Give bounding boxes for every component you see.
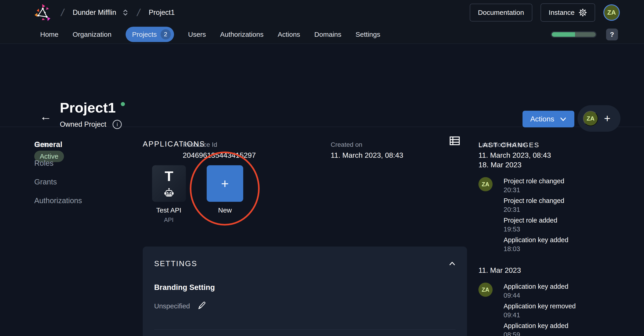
topbar-actions: Documentation Instance ZA: [470, 3, 620, 22]
zitadel-logo-icon[interactable]: [34, 3, 52, 22]
breadcrumb-project[interactable]: Project1: [149, 8, 175, 17]
nav-items: Home Organization Projects 2 Users Autho…: [40, 27, 551, 42]
chevron-up-icon: [449, 261, 456, 266]
event-title: Application key removed: [504, 302, 576, 310]
last-changes-heading: LAST CHANGES: [478, 141, 638, 149]
table-icon: [450, 136, 460, 145]
owner-avatar-initials: ZA: [587, 115, 595, 122]
org-selector[interactable]: Dunder Mifflin: [72, 8, 128, 17]
change-avatar: ZA: [478, 283, 492, 297]
nav-projects-label: Projects: [132, 30, 157, 38]
user-avatar[interactable]: ZA: [603, 4, 620, 21]
table-view-toggle[interactable]: [450, 136, 460, 146]
change-group: ZA Application key added 09:44 Applicati…: [478, 283, 638, 336]
new-app-button[interactable]: +: [207, 165, 243, 202]
main-nav: Home Organization Projects 2 Users Autho…: [0, 25, 644, 44]
project-content: General Roles Grants Authorizations APPL…: [0, 127, 644, 336]
breadcrumb: / Dunder Mifflin / Project1: [34, 3, 175, 22]
app-label-test-api: Test API API: [146, 206, 192, 224]
nav-item-home[interactable]: Home: [40, 30, 58, 38]
page-title: Project1: [60, 101, 116, 115]
event-title: Project role changed: [504, 177, 568, 185]
progress-track: [552, 32, 596, 37]
documentation-button[interactable]: Documentation: [470, 4, 532, 21]
nav-item-authorizations[interactable]: Authorizations: [220, 30, 264, 38]
project-header: ← Project1 Owned Project i Actions ZA + …: [0, 44, 644, 127]
change-event[interactable]: Application key removed 09:41: [504, 302, 576, 319]
event-time: 08:59: [504, 331, 576, 336]
active-status-dot: [121, 102, 125, 106]
event-title: Application key added: [504, 283, 576, 290]
nav-item-projects[interactable]: Projects 2: [126, 27, 174, 42]
change-event[interactable]: Project role changed 20:31: [504, 177, 568, 194]
breadcrumb-separator: /: [136, 7, 141, 18]
event-time: 20:31: [504, 186, 568, 194]
applications-heading: APPLICATIONS: [143, 140, 205, 148]
change-date: 11. Mar 2023: [478, 266, 638, 274]
nav-right: ?: [551, 28, 618, 40]
app-card-test-api[interactable]: T: [152, 165, 186, 202]
back-arrow-icon[interactable]: ←: [38, 110, 53, 123]
documentation-label: Documentation: [478, 9, 524, 16]
last-changes-panel: LAST CHANGES 18. Mar 2023 ZA Project rol…: [478, 127, 638, 336]
main-column: APPLICATIONS T: [143, 127, 467, 336]
actions-label: Actions: [530, 115, 554, 123]
help-button[interactable]: ?: [606, 28, 618, 40]
avatar-initials: ZA: [607, 9, 616, 16]
change-event[interactable]: Application key added 08:59: [504, 322, 576, 336]
branding-setting-value: Unspecified: [154, 302, 190, 310]
change-event[interactable]: Project role added 19:53: [504, 216, 568, 233]
breadcrumb-separator: /: [60, 7, 65, 18]
progress-fill: [552, 32, 575, 37]
sidebar-item-roles[interactable]: Roles: [34, 159, 82, 168]
instance-label: Instance: [549, 9, 574, 16]
actions-dropdown-button[interactable]: Actions: [522, 111, 574, 127]
event-time: 09:44: [504, 292, 576, 299]
edit-pencil-icon: [197, 301, 206, 311]
nav-item-domains[interactable]: Domains: [314, 30, 341, 38]
app-name: Test API: [146, 206, 192, 214]
event-title: Application key added: [504, 236, 568, 244]
zitadel-console: / Dunder Mifflin / Project1 Documentatio…: [0, 0, 644, 336]
nav-item-settings[interactable]: Settings: [356, 30, 380, 38]
add-owner-button[interactable]: +: [604, 113, 610, 124]
nav-item-actions[interactable]: Actions: [278, 30, 300, 38]
settings-heading: SETTINGS: [154, 259, 197, 268]
event-time: 20:31: [504, 206, 568, 213]
project-side-nav: General Roles Grants Authorizations: [34, 140, 82, 205]
gear-icon: [579, 8, 587, 17]
sidebar-item-grants[interactable]: Grants: [34, 178, 82, 186]
sidebar-item-general[interactable]: General: [34, 140, 82, 149]
branding-setting-label: Branding Setting: [154, 283, 456, 292]
event-title: Application key added: [504, 322, 576, 330]
sidebar-item-authorizations[interactable]: Authorizations: [34, 196, 82, 205]
nav-item-organization[interactable]: Organization: [72, 30, 112, 38]
org-name: Dunder Mifflin: [72, 8, 116, 17]
event-time: 18:03: [504, 245, 568, 253]
projects-count-badge: 2: [160, 29, 171, 39]
quota-progress-bar: [551, 31, 596, 38]
app-type: API: [146, 216, 192, 224]
change-event[interactable]: Application key added 18:03: [504, 236, 568, 253]
robot-icon: [164, 187, 174, 198]
event-time: 19:53: [504, 225, 568, 233]
change-event[interactable]: Project role changed 20:31: [504, 197, 568, 213]
collapse-settings-button[interactable]: [449, 261, 456, 267]
topbar: / Dunder Mifflin / Project1 Documentatio…: [0, 0, 644, 25]
instance-button[interactable]: Instance: [540, 3, 595, 22]
title-block: Project1 Owned Project i: [60, 101, 125, 129]
owner-avatar[interactable]: ZA: [583, 111, 598, 126]
event-time: 09:41: [504, 311, 576, 319]
nav-item-users[interactable]: Users: [188, 30, 206, 38]
chevron-down-icon: [560, 116, 566, 122]
change-avatar: ZA: [478, 177, 492, 191]
unfold-more-icon: [122, 9, 128, 16]
app-initial: T: [165, 169, 173, 183]
edit-branding-button[interactable]: [197, 301, 206, 311]
event-title: Project role changed: [504, 197, 568, 205]
event-title: Project role added: [504, 216, 568, 224]
change-event[interactable]: Application key added 09:44: [504, 283, 576, 299]
plus-icon: +: [221, 177, 229, 190]
change-date: 18. Mar 2023: [478, 161, 638, 169]
change-group: ZA Project role changed 20:31 Project ro…: [478, 177, 638, 256]
